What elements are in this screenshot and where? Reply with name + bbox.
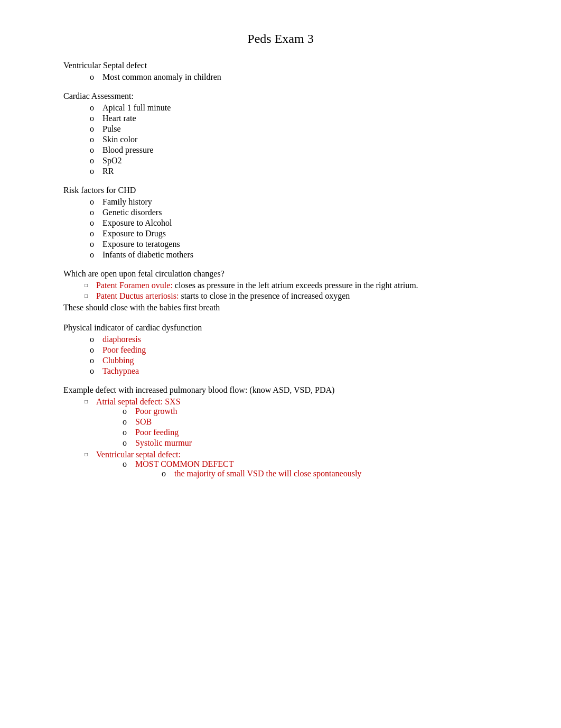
list-item-text: Most common anomaly in children <box>102 72 221 82</box>
list-item: Genetic disorders <box>90 208 498 217</box>
list-item-text: Genetic disorders <box>102 208 162 217</box>
list-item: Skin color <box>90 135 498 144</box>
list-item-text: Poor feeding <box>102 345 146 355</box>
asd-label-row: Atrial septal defect: SXS <box>96 397 498 407</box>
section-example-defect: Example defect with increased pulmonary … <box>63 385 498 481</box>
page-title: Peds Exam 3 <box>63 32 498 46</box>
list-item-text: Blood pressure <box>102 145 153 155</box>
list-item: Tachypnea <box>90 366 498 376</box>
list-item: the majority of small VSD the will close… <box>162 469 498 478</box>
list-item-text: the majority of small VSD the will close… <box>174 469 361 478</box>
list-item-text: Poor feeding <box>135 428 179 437</box>
vsd-content: Ventricular septal defect: MOST COMMON D… <box>96 450 498 481</box>
asd-content: Atrial septal defect: SXS Poor growth SO… <box>96 397 498 449</box>
list-item-text: SOB <box>135 417 152 427</box>
list-item-text: Infants of diabetic mothers <box>102 250 193 260</box>
list-item-text: Skin color <box>102 135 137 144</box>
list-item: Exposure to Alcohol <box>90 218 498 228</box>
list-item-vsd: Ventricular septal defect: MOST COMMON D… <box>85 450 498 481</box>
list-risk-factors: Family history Genetic disorders Exposur… <box>63 197 498 260</box>
list-item-most-common: MOST COMMON DEFECT the majority of small… <box>123 459 498 480</box>
fetal-footer: These should close with the babies first… <box>63 302 498 314</box>
section-physical-indicator: Physical indicator of cardiac dysfunctio… <box>63 323 498 376</box>
list-item-text: Tachypnea <box>102 366 139 376</box>
list-item-text: RR <box>102 167 114 176</box>
section-cardiac-assessment: Cardiac Assessment: Apical 1 full minute… <box>63 91 498 176</box>
most-common-content: MOST COMMON DEFECT the majority of small… <box>135 459 498 480</box>
list-item: Exposure to Drugs <box>90 229 498 238</box>
section-fetal-circulation: Which are open upon fetal circulation ch… <box>63 269 498 314</box>
list-cardiac-assessment: Apical 1 full minute Heart rate Pulse Sk… <box>63 103 498 176</box>
list-item: Poor growth <box>123 407 498 416</box>
section-heading-cardiac: Cardiac Assessment: <box>63 91 498 101</box>
pda-description: starts to close in the presence of incre… <box>179 291 350 300</box>
list-item: Family history <box>90 197 498 207</box>
list-item: Exposure to teratogens <box>90 239 498 249</box>
list-item: Clubbing <box>90 356 498 365</box>
list-item-text: Apical 1 full minute <box>102 103 171 113</box>
list-vsd-sub-sub: the majority of small VSD the will close… <box>135 469 498 480</box>
list-item: Blood pressure <box>90 145 498 155</box>
list-item-text: Heart rate <box>102 114 136 123</box>
section-heading-risk: Risk factors for CHD <box>63 186 498 195</box>
pfo-label: Patent Foramen ovule: <box>96 281 173 290</box>
pfo-description: closes as pressure in the left atrium ex… <box>173 281 418 290</box>
list-item-text: Exposure to Drugs <box>102 229 166 238</box>
list-item: Most common anomaly in children <box>90 72 498 82</box>
section-heading-fetal: Which are open upon fetal circulation ch… <box>63 269 498 279</box>
list-item: Poor feeding <box>90 345 498 355</box>
vsd-label: Ventricular septal defect: <box>96 450 498 459</box>
pfo-text: Patent Foramen ovule: closes as pressure… <box>96 281 498 290</box>
list-item-text: Family history <box>102 197 152 207</box>
most-common-defect-text: MOST COMMON DEFECT <box>135 459 498 469</box>
list-item-text: SpO2 <box>102 156 121 165</box>
list-fetal: Patent Foramen ovule: closes as pressure… <box>63 281 498 301</box>
pfo-content: Patent Foramen ovule: closes as pressure… <box>96 281 498 290</box>
list-asd-sub: Poor growth SOB Poor feeding Systolic mu… <box>96 407 498 449</box>
list-item: diaphoresis <box>90 335 498 344</box>
section-heading-example: Example defect with increased pulmonary … <box>63 385 498 395</box>
list-item-text: diaphoresis <box>102 335 141 344</box>
pda-text: Patent Ductus arteriosis: starts to clos… <box>96 291 498 301</box>
section-heading-vsd: Ventricular Septal defect <box>63 61 498 70</box>
list-item: Apical 1 full minute <box>90 103 498 113</box>
list-item-text: Clubbing <box>102 356 134 365</box>
list-physical-indicator: diaphoresis Poor feeding Clubbing Tachyp… <box>63 335 498 376</box>
section-heading-physical: Physical indicator of cardiac dysfunctio… <box>63 323 498 333</box>
list-item: SpO2 <box>90 156 498 165</box>
pda-label: Patent Ductus arteriosis: <box>96 291 179 300</box>
section-risk-factors: Risk factors for CHD Family history Gene… <box>63 186 498 260</box>
asd-suffix: SXS <box>165 397 180 406</box>
list-vsd-intro: Most common anomaly in children <box>63 72 498 82</box>
list-item: SOB <box>123 417 498 427</box>
list-item: RR <box>90 167 498 176</box>
list-item-text: Pulse <box>102 124 121 134</box>
list-item-pfo: Patent Foramen ovule: closes as pressure… <box>85 281 498 290</box>
list-item-text: Poor growth <box>135 407 177 416</box>
list-item: Systolic murmur <box>123 438 498 448</box>
asd-label: Atrial septal defect: <box>96 397 163 406</box>
list-item: Pulse <box>90 124 498 134</box>
list-item: Poor feeding <box>123 428 498 437</box>
list-item: Infants of diabetic mothers <box>90 250 498 260</box>
list-vsd-sub: MOST COMMON DEFECT the majority of small… <box>96 459 498 481</box>
section-vsd-intro: Ventricular Septal defect Most common an… <box>63 61 498 82</box>
list-example-defect: Atrial septal defect: SXS Poor growth SO… <box>63 397 498 481</box>
list-item-text: Systolic murmur <box>135 438 192 448</box>
list-item-asd: Atrial septal defect: SXS Poor growth SO… <box>85 397 498 449</box>
list-item: Heart rate <box>90 114 498 123</box>
pda-content: Patent Ductus arteriosis: starts to clos… <box>96 291 498 301</box>
list-item-text: Exposure to teratogens <box>102 239 180 249</box>
list-item-text: Exposure to Alcohol <box>102 218 172 228</box>
list-item-pda: Patent Ductus arteriosis: starts to clos… <box>85 291 498 301</box>
